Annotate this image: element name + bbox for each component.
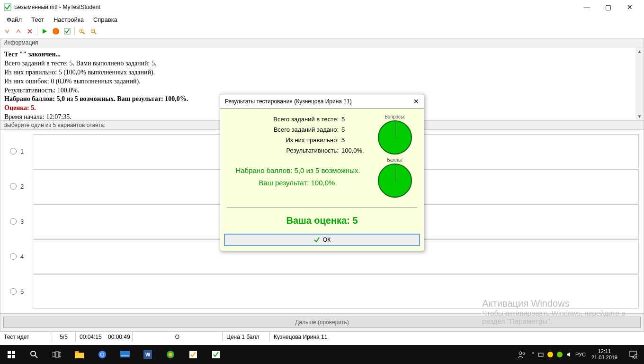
score-line: Набрано баллов: 5,0 из 5 возможных. bbox=[228, 164, 368, 177]
svg-rect-13 bbox=[12, 355, 15, 358]
dialog-close-icon[interactable]: ✕ bbox=[413, 98, 419, 105]
svg-line-15 bbox=[35, 355, 37, 358]
svg-rect-10 bbox=[8, 351, 11, 354]
clock-time: 12:11 bbox=[591, 348, 617, 355]
dialog-charts: Вопросы: Баллы: bbox=[374, 114, 416, 200]
windows-watermark: Активация Windows Чтобы активировать Win… bbox=[482, 298, 625, 325]
clock-date: 21.03.2019 bbox=[591, 355, 617, 361]
watermark-line: раздел "Параметры". bbox=[482, 317, 625, 325]
answer-num: 5 bbox=[20, 288, 26, 295]
pie-label: Вопросы: bbox=[374, 114, 416, 119]
points-pie bbox=[378, 164, 412, 198]
radio-icon[interactable] bbox=[10, 218, 17, 225]
score-line: Ваш результат: 100,0%. bbox=[228, 177, 368, 189]
tray-icon-2[interactable] bbox=[547, 351, 554, 358]
dialog-stats: Всего заданий в тесте:5 Всего заданий за… bbox=[228, 114, 368, 200]
menu-settings[interactable]: Настройка bbox=[49, 15, 89, 24]
status-price: Цена 1 балл bbox=[223, 332, 270, 342]
svg-rect-20 bbox=[75, 351, 79, 353]
watermark-title: Активация Windows bbox=[482, 298, 625, 309]
status-letter: О bbox=[133, 332, 223, 342]
chrome-icon[interactable] bbox=[91, 345, 114, 364]
info-header: Информация bbox=[0, 38, 644, 47]
close-button[interactable]: ✕ bbox=[619, 0, 640, 14]
dialog-title-text: Результаты тестирования (Кузнецова Ирина… bbox=[225, 98, 352, 105]
svg-rect-25 bbox=[121, 355, 129, 356]
menu-test[interactable]: Тест bbox=[27, 15, 49, 24]
answer-num: 1 bbox=[20, 148, 26, 155]
volume-icon[interactable] bbox=[566, 351, 572, 358]
file-explorer-icon[interactable] bbox=[68, 345, 91, 364]
word-icon[interactable]: W bbox=[136, 345, 159, 364]
status-time1: 00:04:15 bbox=[76, 332, 104, 342]
titlebar: Безымянный.mtf - MyTestStudent — ▢ ✕ bbox=[0, 0, 644, 14]
svg-rect-34 bbox=[538, 353, 543, 356]
scroll-up-icon[interactable]: ▲ bbox=[635, 47, 644, 55]
status-progress: 5/5 bbox=[52, 332, 76, 342]
app-icon-3[interactable] bbox=[205, 345, 227, 364]
info-line: Из них правильно: 5 (100,0% выполненных … bbox=[4, 68, 640, 77]
svg-point-14 bbox=[31, 351, 36, 356]
zoom-in-icon[interactable] bbox=[77, 26, 87, 36]
scroll-down-icon[interactable]: ▼ bbox=[635, 112, 644, 120]
dialog-titlebar: Результаты тестирования (Кузнецова Ирина… bbox=[220, 94, 424, 109]
svg-text:W: W bbox=[145, 352, 151, 357]
cancel-icon[interactable] bbox=[25, 26, 35, 36]
taskview-icon[interactable] bbox=[45, 345, 68, 364]
svg-line-4 bbox=[83, 32, 85, 34]
checkmark-icon bbox=[313, 237, 320, 243]
tray-icon-3[interactable] bbox=[556, 351, 563, 358]
check-icon[interactable] bbox=[62, 26, 72, 36]
start-button[interactable] bbox=[0, 345, 23, 364]
statusbar: Тест идет 5/5 00:04:15 00:00:49 О Цена 1… bbox=[0, 331, 644, 342]
stat-label: Из них правильно: bbox=[239, 135, 339, 146]
radio-icon[interactable] bbox=[10, 183, 17, 190]
taskbar: W ˄ РУС 12:11 21.03.2019 2 bbox=[0, 345, 644, 364]
scrollbar[interactable]: ▲ ▼ bbox=[635, 47, 644, 120]
stat-label: Всего заданий задано: bbox=[239, 125, 339, 135]
tray-icon[interactable] bbox=[537, 351, 544, 358]
search-icon[interactable] bbox=[23, 345, 45, 364]
app-icon-2[interactable] bbox=[182, 345, 205, 364]
info-line: Из них ошибок: 0 (0,0% выполненных задан… bbox=[4, 77, 640, 86]
toolbar bbox=[0, 25, 644, 38]
stat-label: Всего заданий в тесте: bbox=[239, 114, 339, 125]
ok-label: ОК bbox=[323, 237, 331, 243]
arrow-down-icon[interactable] bbox=[2, 26, 12, 36]
browser-icon[interactable] bbox=[159, 345, 182, 364]
pie-label: Баллы: bbox=[374, 157, 416, 163]
radio-icon[interactable] bbox=[10, 253, 17, 260]
svg-rect-11 bbox=[12, 351, 15, 354]
svg-text:2: 2 bbox=[635, 355, 637, 359]
menu-file[interactable]: Файл bbox=[2, 15, 27, 24]
svg-rect-16 bbox=[53, 352, 55, 357]
play-icon[interactable] bbox=[39, 26, 50, 36]
tray-chevron-icon[interactable]: ˄ bbox=[532, 352, 535, 358]
app-icon[interactable] bbox=[114, 345, 136, 364]
minimize-button[interactable]: — bbox=[576, 0, 598, 14]
menu-help[interactable]: Справка bbox=[89, 15, 122, 24]
notifications-icon[interactable]: 2 bbox=[623, 345, 643, 364]
arrow-up-icon[interactable] bbox=[13, 26, 24, 36]
people-icon[interactable] bbox=[515, 345, 529, 364]
window-title: Безымянный.mtf - MyTestStudent bbox=[14, 4, 100, 10]
zoom-out-icon[interactable] bbox=[88, 26, 98, 36]
status-user: Кузнецова Ирина 11 bbox=[270, 332, 644, 342]
maximize-button[interactable]: ▢ bbox=[598, 0, 619, 14]
radio-icon[interactable] bbox=[10, 288, 17, 295]
scroll-track[interactable] bbox=[635, 55, 644, 112]
stop-icon[interactable] bbox=[51, 26, 61, 36]
status-time2: 00:00:49 bbox=[104, 332, 133, 342]
questions-pie bbox=[378, 120, 412, 155]
ok-button[interactable]: ОК bbox=[224, 234, 420, 246]
results-dialog: Результаты тестирования (Кузнецова Ирина… bbox=[220, 94, 424, 251]
language-indicator[interactable]: РУС bbox=[575, 352, 586, 357]
svg-rect-18 bbox=[59, 352, 61, 357]
menubar: Файл Тест Настройка Справка bbox=[0, 14, 644, 25]
clock[interactable]: 12:11 21.03.2019 bbox=[589, 348, 620, 361]
svg-point-35 bbox=[547, 352, 553, 357]
stat-value: 5 bbox=[339, 135, 368, 146]
radio-icon[interactable] bbox=[10, 148, 17, 155]
watermark-line: Чтобы активировать Windows, перейдите в bbox=[482, 309, 625, 317]
info-line: Тест "" закончен... bbox=[4, 50, 640, 59]
